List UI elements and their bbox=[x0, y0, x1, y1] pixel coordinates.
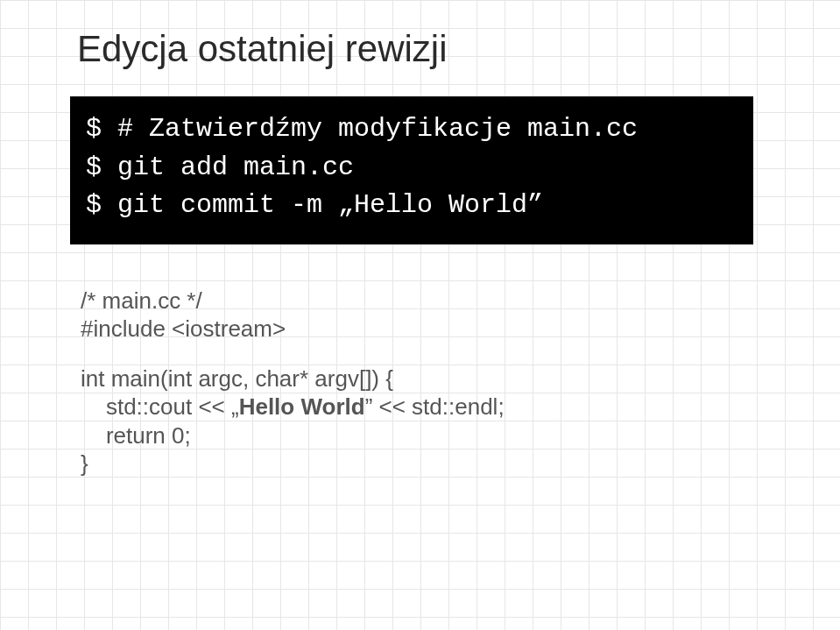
source-close-brace: } bbox=[81, 449, 779, 478]
terminal-text: git commit -m „Hello World” bbox=[117, 190, 543, 220]
terminal-line: $ git add main.cc bbox=[86, 149, 738, 188]
return-text: return 0; bbox=[106, 422, 191, 449]
cout-post: ” << std::endl; bbox=[365, 393, 505, 420]
source-return-line: return 0; bbox=[81, 421, 779, 450]
terminal-prompt: $ bbox=[86, 114, 117, 144]
indent bbox=[81, 393, 106, 420]
cout-bold: Hello World bbox=[239, 393, 365, 420]
cout-pre: std::cout << „ bbox=[106, 393, 239, 420]
terminal-prompt: $ bbox=[86, 190, 117, 220]
terminal-line: $ git commit -m „Hello World” bbox=[86, 187, 738, 225]
source-fn-signature: int main(int argc, char* argv[]) { bbox=[81, 365, 779, 393]
source-cout-line: std::cout << „Hello World” << std::endl; bbox=[81, 393, 779, 421]
terminal-prompt: $ bbox=[86, 152, 117, 182]
terminal-text: # Zatwierdźmy modyfikacje main.cc bbox=[117, 114, 638, 144]
indent bbox=[81, 422, 106, 449]
terminal-text: git add main.cc bbox=[117, 152, 354, 182]
slide-content: Edycja ostatniej rewizji $ # Zatwierdźmy… bbox=[0, 0, 840, 630]
terminal-block: $ # Zatwierdźmy modyfikacje main.cc $ gi… bbox=[70, 96, 753, 244]
source-comment: /* main.cc */ bbox=[81, 287, 779, 315]
terminal-line: $ # Zatwierdźmy modyfikacje main.cc bbox=[86, 110, 738, 149]
source-code-block: /* main.cc */ #include <iostream> int ma… bbox=[81, 287, 779, 478]
slide-title: Edycja ostatniej rewizji bbox=[77, 28, 779, 70]
source-include: #include <iostream> bbox=[81, 315, 779, 343]
